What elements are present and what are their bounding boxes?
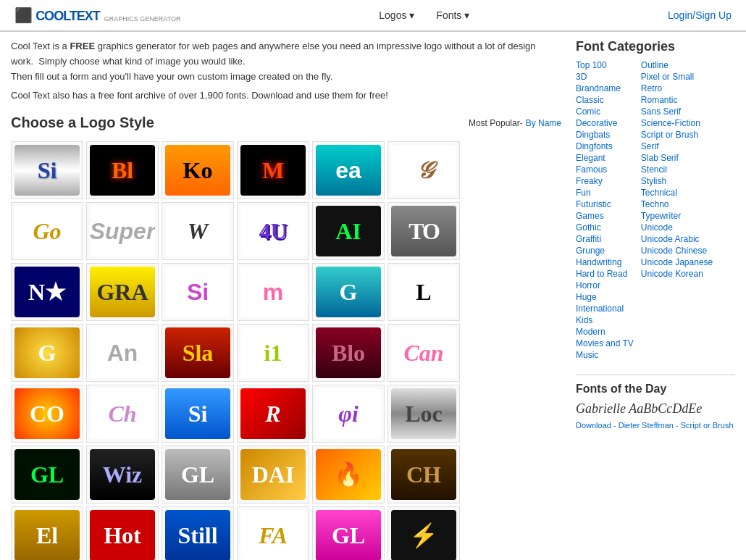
category-link[interactable]: Unicode Japanese [641, 257, 713, 267]
logo-item[interactable]: TO [387, 202, 460, 260]
logo-item[interactable]: An [86, 324, 159, 382]
category-link[interactable]: Unicode Korean [641, 269, 713, 279]
logo-item[interactable]: M [237, 141, 309, 199]
font-author-link[interactable]: Dieter Steffman [619, 421, 674, 430]
logo-item[interactable]: L [387, 263, 460, 321]
category-link[interactable]: Decorative [576, 118, 634, 128]
logo-item[interactable]: Can [387, 324, 460, 382]
category-link[interactable]: Dingbats [576, 130, 634, 140]
logo-item[interactable]: Hot [86, 506, 159, 560]
logo-item[interactable]: GL [11, 446, 83, 503]
sort-by-name-link[interactable]: By Name [526, 118, 561, 128]
logo-item[interactable]: m [237, 263, 309, 321]
logo-item[interactable]: ⚡ [387, 506, 460, 560]
category-link[interactable]: Grunge [576, 246, 634, 256]
logo-item[interactable]: Bl [86, 141, 159, 199]
category-link[interactable]: Movies and TV [576, 338, 634, 348]
category-link[interactable]: Retro [641, 83, 713, 93]
category-link[interactable]: Gothic [576, 222, 634, 233]
category-link[interactable]: Music [576, 350, 634, 360]
category-link[interactable]: Typewriter [641, 211, 713, 221]
category-link[interactable]: 3D [576, 72, 634, 82]
logo-item[interactable]: Loc [387, 385, 460, 443]
logo-item[interactable]: CO [11, 385, 83, 443]
sort-bar: Most Popular - By Name [469, 118, 561, 128]
login-button[interactable]: Login/Sign Up [668, 9, 732, 21]
category-link[interactable]: Unicode Chinese [641, 246, 713, 256]
nav-logos[interactable]: Logos ▾ [379, 9, 414, 21]
category-link[interactable]: Unicode Arabic [641, 234, 713, 244]
category-link[interactable]: Games [576, 211, 634, 221]
logo-item[interactable]: R [237, 385, 309, 443]
section-title: Choose a Logo Style [11, 114, 154, 131]
logo-item[interactable]: Ch [86, 385, 159, 443]
font-download-link[interactable]: Download [576, 421, 611, 430]
logo-item[interactable]: Go [11, 202, 83, 260]
category-link[interactable]: Slab Serif [641, 153, 713, 163]
logo-item[interactable]: 𝒢 [387, 141, 460, 199]
category-link[interactable]: Classic [576, 95, 634, 105]
category-link[interactable]: Stencil [641, 164, 713, 175]
category-link[interactable]: Futuristic [576, 199, 634, 209]
logo-item[interactable]: Si [11, 141, 83, 199]
logo-item[interactable]: N★ [11, 263, 83, 321]
logo-item[interactable]: AI [312, 202, 385, 260]
logo-item[interactable]: Still [162, 506, 234, 560]
logo-preview: An [90, 327, 155, 378]
category-link[interactable]: Fun [576, 188, 634, 198]
category-link[interactable]: Techno [641, 199, 713, 209]
logo-item[interactable]: DAI [237, 446, 309, 503]
category-link[interactable]: Script or Brush [641, 130, 713, 140]
logo-item[interactable]: G [312, 263, 385, 321]
category-link[interactable]: Elegant [576, 153, 634, 163]
category-link[interactable]: Kids [576, 315, 634, 325]
logo-item[interactable]: FA [237, 506, 309, 560]
category-link[interactable]: International [576, 304, 634, 314]
logo-item[interactable]: GRA [86, 263, 159, 321]
category-link[interactable]: Modern [576, 327, 634, 337]
logo-item[interactable]: 🔥 [312, 446, 385, 503]
category-link[interactable]: Comic [576, 106, 634, 117]
logo-preview: Ch [90, 388, 155, 439]
category-link[interactable]: Freaky [576, 176, 634, 186]
category-link[interactable]: Romantic [641, 95, 713, 105]
category-link[interactable]: Brandname [576, 83, 634, 93]
font-category-link[interactable]: Script or Brush [681, 421, 734, 430]
logo-item[interactable]: W [162, 202, 234, 260]
logo-item[interactable]: El [11, 506, 83, 560]
category-link[interactable]: Stylish [641, 176, 713, 186]
logo-item[interactable]: GL [162, 446, 234, 503]
logo-item[interactable]: ea [312, 141, 385, 199]
category-link[interactable]: Famous [576, 164, 634, 175]
logo-item[interactable]: φi [312, 385, 385, 443]
category-link[interactable]: Dingfonts [576, 141, 634, 151]
logo-area[interactable]: ⬛ COOLTEXT GRAPHICS GENERATOR [14, 6, 180, 25]
category-link[interactable]: Pixel or Small [641, 72, 713, 82]
logo-item[interactable]: GL [312, 506, 385, 560]
category-link[interactable]: Top 100 [576, 60, 634, 70]
logo-item[interactable]: Ko [162, 141, 234, 199]
category-link[interactable]: Horror [576, 280, 634, 291]
logo-item[interactable]: Si [162, 385, 234, 443]
category-link[interactable]: Science-Fiction [641, 118, 713, 128]
logo-item[interactable]: Si [162, 263, 234, 321]
category-link[interactable]: Outline [641, 60, 713, 70]
logo-item[interactable]: Wiz [86, 446, 159, 503]
category-link[interactable]: Huge [576, 292, 634, 302]
category-link[interactable]: Unicode [641, 222, 713, 233]
logo-item[interactable]: G [11, 324, 83, 382]
category-link[interactable]: Hard to Read [576, 269, 634, 279]
category-link[interactable]: Handwriting [576, 257, 634, 267]
logo-item[interactable]: CH [387, 446, 460, 503]
logo-item[interactable]: Blo [312, 324, 385, 382]
category-link[interactable]: Technical [641, 188, 713, 198]
category-link[interactable]: Sans Serif [641, 106, 713, 117]
nav-fonts[interactable]: Fonts ▾ [436, 9, 469, 21]
logo-item[interactable]: Sla [162, 324, 234, 382]
logo-item[interactable]: Super [86, 202, 159, 260]
category-link[interactable]: Graffiti [576, 234, 634, 244]
logo-item[interactable]: 4U [237, 202, 309, 260]
category-link[interactable]: Serif [641, 141, 713, 151]
logo[interactable]: ⬛ COOLTEXT [14, 6, 100, 25]
logo-item[interactable]: i1 [237, 324, 309, 382]
